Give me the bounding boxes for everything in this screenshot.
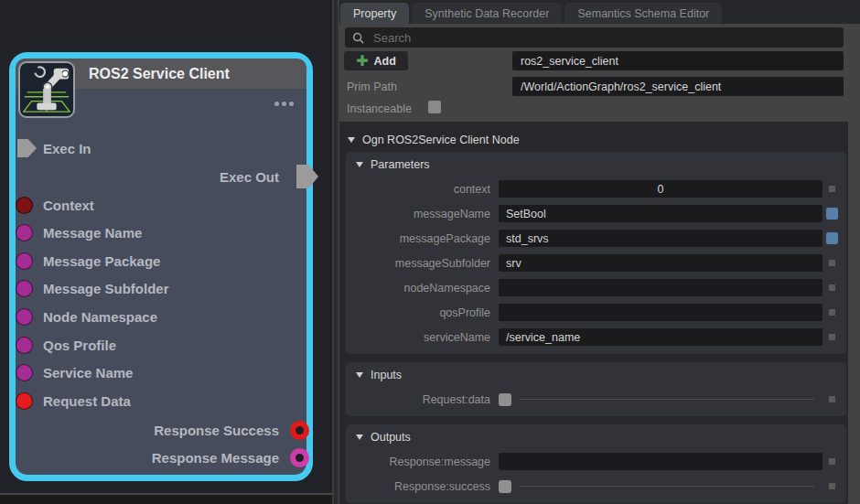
- collapse-triangle-icon: [356, 162, 363, 167]
- exec-out-pin[interactable]: [296, 165, 318, 188]
- section-ogn-node[interactable]: Ogn ROS2Service Client Node: [339, 127, 848, 152]
- section-parameters[interactable]: Parameters: [346, 152, 846, 177]
- row-divider: [520, 399, 814, 400]
- ros2-service-client-node[interactable]: ROS2 Service Client: [9, 52, 313, 481]
- search-input[interactable]: [371, 30, 836, 46]
- default-indicator: [829, 458, 835, 465]
- plus-icon: ✚: [356, 54, 368, 69]
- port-row-response-success: Response Success: [16, 421, 306, 439]
- input-pin[interactable]: [16, 252, 33, 270]
- input-pin[interactable]: [16, 280, 33, 297]
- port-row-request-data: Request Data: [16, 391, 306, 410]
- output-row-response-success: Response:success: [346, 474, 846, 499]
- node-options-icon[interactable]: [274, 102, 294, 106]
- port-row-node-namespace: Node Namespace: [16, 307, 306, 326]
- group-parameters: Parameters context messageName messagePa…: [346, 152, 846, 354]
- param-row-message-name: messageName: [346, 201, 846, 226]
- default-indicator: [829, 483, 835, 489]
- instanceable-checkbox[interactable]: [428, 101, 441, 113]
- output-pin[interactable]: [290, 448, 309, 467]
- port-row-response-message: Response Message: [16, 448, 306, 466]
- port-label: Exec Out: [220, 169, 279, 185]
- port-row-service-name: Service Name: [16, 363, 306, 381]
- tab-property[interactable]: Property: [340, 3, 409, 24]
- tab-synthetic-data-recorder[interactable]: Synthetic Data Recorder: [412, 3, 562, 24]
- param-row-qos-profile: qosProfile: [346, 300, 846, 325]
- port-row-message-name: Message Name: [16, 223, 306, 241]
- port-row-exec-in: Exec In: [16, 139, 306, 157]
- group-inputs: Inputs Request:data: [346, 362, 846, 416]
- group-outputs: Outputs Response:message Response:succes…: [346, 424, 846, 503]
- search-bar[interactable]: [345, 27, 844, 48]
- default-indicator: [829, 309, 835, 316]
- input-pin[interactable]: [16, 337, 33, 354]
- tab-semantics-schema-editor[interactable]: Semantics Schema Editor: [564, 3, 722, 24]
- input-pin[interactable]: [16, 392, 33, 410]
- output-pin[interactable]: [290, 421, 309, 440]
- collapse-triangle-icon: [356, 434, 363, 440]
- node-title: ROS2 Service Client: [89, 59, 230, 89]
- request-data-checkbox[interactable]: [499, 393, 511, 406]
- default-indicator: [829, 334, 835, 340]
- message-name-field[interactable]: [499, 205, 822, 222]
- property-sections: Ogn ROS2Service Client Node Parameters c…: [339, 122, 848, 504]
- property-panel: Property Synthetic Data Recorder Semanti…: [339, 0, 860, 504]
- instanceable-label: Instanceable: [347, 102, 412, 115]
- row-divider: [520, 486, 814, 487]
- port-row-message-package: Message Package: [16, 252, 306, 270]
- output-row-response-message: Response:message: [346, 449, 846, 474]
- input-pin[interactable]: [16, 308, 33, 326]
- message-subfolder-field[interactable]: [499, 254, 822, 272]
- node-namespace-field[interactable]: [499, 279, 822, 296]
- exec-in-pin[interactable]: [17, 139, 37, 157]
- param-row-message-package: messagePackage: [346, 226, 846, 251]
- robot-arm-icon: [18, 61, 75, 118]
- prim-name-field[interactable]: [512, 51, 844, 70]
- param-row-node-namespace: nodeNamespace: [346, 275, 846, 300]
- input-pin[interactable]: [16, 224, 33, 241]
- tab-bar: Property Synthetic Data Recorder Semanti…: [339, 0, 860, 24]
- input-pin[interactable]: [16, 197, 33, 214]
- section-outputs[interactable]: Outputs: [346, 424, 846, 449]
- response-success-checkbox[interactable]: [499, 480, 511, 493]
- context-field[interactable]: [499, 180, 822, 198]
- port-row-exec-out: Exec Out: [16, 167, 306, 186]
- qos-profile-field[interactable]: [499, 304, 822, 321]
- collapse-triangle-icon: [356, 372, 363, 378]
- prim-path-label: Prim Path: [347, 80, 397, 93]
- param-row-message-subfolder: messageSubfolder: [346, 251, 846, 275]
- default-indicator: [829, 260, 835, 266]
- default-indicator: [829, 396, 835, 402]
- modified-indicator[interactable]: [826, 208, 838, 220]
- port-label: Exec In: [43, 141, 91, 156]
- panel-splitter[interactable]: [332, 0, 339, 504]
- response-message-field[interactable]: [499, 453, 822, 470]
- service-name-field[interactable]: [499, 328, 822, 346]
- port-row-message-subfolder: Message Subfolder: [16, 279, 306, 297]
- action-graph-canvas[interactable]: ROS2 Service Client: [0, 0, 332, 495]
- param-row-context: context: [346, 177, 846, 201]
- port-row-qos-profile: Qos Profile: [16, 336, 306, 354]
- default-indicator: [829, 284, 835, 291]
- add-button[interactable]: ✚ Add: [344, 51, 408, 70]
- prim-path-field[interactable]: [512, 77, 844, 96]
- input-pin[interactable]: [16, 364, 33, 381]
- modified-indicator[interactable]: [826, 232, 838, 244]
- collapse-triangle-icon: [348, 137, 355, 143]
- message-package-field[interactable]: [499, 230, 822, 247]
- param-row-service-name: serviceName: [346, 325, 846, 349]
- section-inputs[interactable]: Inputs: [346, 362, 846, 387]
- input-row-request-data: Request:data: [346, 387, 846, 412]
- omniverse-window: ROS2 Service Client: [0, 0, 860, 504]
- port-row-context: Context: [16, 196, 306, 214]
- default-indicator: [829, 186, 835, 192]
- search-icon: [352, 32, 364, 44]
